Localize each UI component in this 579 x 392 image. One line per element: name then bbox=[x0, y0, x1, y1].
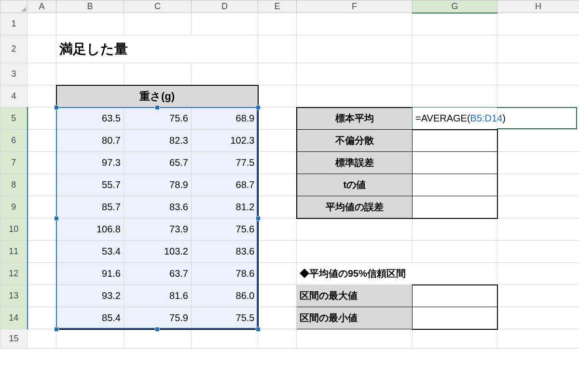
cell-F1[interactable] bbox=[297, 13, 413, 35]
cell-E2[interactable] bbox=[258, 35, 297, 63]
row-header-4[interactable]: 4 bbox=[0, 85, 28, 108]
cell-G2[interactable] bbox=[413, 35, 497, 63]
column-header-row: A B C D E F G H bbox=[0, 0, 579, 13]
cell-D13[interactable]: 86.0 bbox=[192, 285, 258, 307]
cell-B11[interactable]: 53.4 bbox=[56, 241, 124, 263]
cell-D12[interactable]: 78.6 bbox=[192, 263, 258, 285]
row-header-13[interactable]: 13 bbox=[0, 285, 28, 307]
cell-D5[interactable]: 68.9 bbox=[192, 108, 258, 130]
row-header-8[interactable]: 8 bbox=[0, 174, 28, 196]
cell-C12[interactable]: 63.7 bbox=[124, 263, 192, 285]
cell-B12[interactable]: 91.6 bbox=[56, 263, 124, 285]
stat-label-se[interactable]: 標準誤差 bbox=[297, 152, 413, 174]
cell-C13[interactable]: 81.6 bbox=[124, 285, 192, 307]
cell-B5[interactable]: 63.5 bbox=[56, 108, 124, 130]
row-header-1[interactable]: 1 bbox=[0, 13, 28, 35]
cell-D8[interactable]: 68.7 bbox=[192, 174, 258, 196]
cell-C6[interactable]: 82.3 bbox=[124, 130, 192, 152]
cell-G6[interactable] bbox=[413, 130, 497, 152]
col-header-G[interactable]: G bbox=[413, 0, 497, 13]
formula-open: ( bbox=[467, 113, 470, 123]
col-header-D[interactable]: D bbox=[192, 0, 258, 13]
ci-title[interactable]: ◆平均値の95%信頼区間 bbox=[297, 263, 497, 285]
row-header-3[interactable]: 3 bbox=[0, 63, 28, 85]
cell-G14[interactable] bbox=[413, 307, 497, 329]
cell-C14[interactable]: 75.9 bbox=[124, 307, 192, 329]
col-header-A[interactable]: A bbox=[28, 0, 56, 13]
col-header-E[interactable]: E bbox=[258, 0, 297, 13]
row-header-6[interactable]: 6 bbox=[0, 130, 28, 152]
row-header-9[interactable]: 9 bbox=[0, 196, 28, 218]
cell-G7[interactable] bbox=[413, 152, 497, 174]
ci-label-max[interactable]: 区間の最大値 bbox=[297, 285, 413, 307]
formula-ref: B5:D14 bbox=[470, 113, 503, 123]
cell-C7[interactable]: 65.7 bbox=[124, 152, 192, 174]
cell-C1[interactable] bbox=[124, 13, 192, 35]
row-header-12[interactable]: 12 bbox=[0, 263, 28, 285]
cell-B13[interactable]: 93.2 bbox=[56, 285, 124, 307]
cell-A1[interactable] bbox=[28, 13, 56, 35]
cell-D10[interactable]: 75.6 bbox=[192, 218, 258, 241]
formula-fn: AVERAGE bbox=[421, 113, 467, 123]
cell-C8[interactable]: 78.9 bbox=[124, 174, 192, 196]
cell-B14[interactable]: 85.4 bbox=[56, 307, 124, 329]
cell-C10[interactable]: 73.9 bbox=[124, 218, 192, 241]
row-header-14[interactable]: 14 bbox=[0, 307, 28, 329]
cell-C11[interactable]: 103.2 bbox=[124, 241, 192, 263]
row-header-7[interactable]: 7 bbox=[0, 152, 28, 174]
row-header-10[interactable]: 10 bbox=[0, 218, 28, 241]
col-header-C[interactable]: C bbox=[124, 0, 192, 13]
title-cell[interactable]: 満足した量 bbox=[56, 35, 258, 63]
ci-label-min[interactable]: 区間の最小値 bbox=[297, 307, 413, 329]
cell-G13[interactable] bbox=[413, 285, 497, 307]
formula-eq: = bbox=[415, 113, 421, 123]
cell-B6[interactable]: 80.7 bbox=[56, 130, 124, 152]
spreadsheet[interactable]: A B C D E F G H 1 2 満足した量 3 4 重さ(g) 5 63… bbox=[0, 0, 579, 392]
cell-D11[interactable]: 83.6 bbox=[192, 241, 258, 263]
cell-D7[interactable]: 77.5 bbox=[192, 152, 258, 174]
stat-label-var[interactable]: 不偏分散 bbox=[297, 130, 413, 152]
cell-H1[interactable] bbox=[497, 13, 579, 35]
col-header-H[interactable]: H bbox=[497, 0, 579, 13]
cell-G9[interactable] bbox=[413, 196, 497, 218]
grid[interactable]: A B C D E F G H 1 2 満足した量 3 4 重さ(g) 5 63… bbox=[0, 0, 579, 349]
cell-C9[interactable]: 83.6 bbox=[124, 196, 192, 218]
cell-D9[interactable]: 81.2 bbox=[192, 196, 258, 218]
cell-E1[interactable] bbox=[258, 13, 297, 35]
cell-B8[interactable]: 55.7 bbox=[56, 174, 124, 196]
stat-label-t[interactable]: tの値 bbox=[297, 174, 413, 196]
cell-B10[interactable]: 106.8 bbox=[56, 218, 124, 241]
row-header-2[interactable]: 2 bbox=[0, 35, 28, 63]
col-header-B[interactable]: B bbox=[56, 0, 124, 13]
row-header-5[interactable]: 5 bbox=[0, 108, 28, 130]
cell-F2[interactable] bbox=[297, 35, 413, 63]
cell-D6[interactable]: 102.3 bbox=[192, 130, 258, 152]
cell-B1[interactable] bbox=[56, 13, 124, 35]
cell-A2[interactable] bbox=[28, 35, 56, 63]
col-header-F[interactable]: F bbox=[297, 0, 413, 13]
cell-G1[interactable] bbox=[413, 13, 497, 35]
weight-header[interactable]: 重さ(g) bbox=[56, 85, 258, 108]
cell-C5[interactable]: 75.6 bbox=[124, 108, 192, 130]
row-header-15[interactable]: 15 bbox=[0, 329, 28, 349]
stat-label-mean[interactable]: 標本平均 bbox=[297, 108, 413, 130]
cell-G5-formula[interactable]: =AVERAGE(B5:D14) bbox=[413, 108, 497, 130]
cell-B7[interactable]: 97.3 bbox=[56, 152, 124, 174]
cell-D14[interactable]: 75.5 bbox=[192, 307, 258, 329]
cell-D1[interactable] bbox=[192, 13, 258, 35]
select-all-corner[interactable] bbox=[0, 0, 28, 13]
stat-label-err[interactable]: 平均値の誤差 bbox=[297, 196, 413, 218]
row-header-11[interactable]: 11 bbox=[0, 241, 28, 263]
cell-H2[interactable] bbox=[497, 35, 579, 63]
cell-G8[interactable] bbox=[413, 174, 497, 196]
cell-B9[interactable]: 85.7 bbox=[56, 196, 124, 218]
formula-close: ) bbox=[502, 113, 506, 123]
